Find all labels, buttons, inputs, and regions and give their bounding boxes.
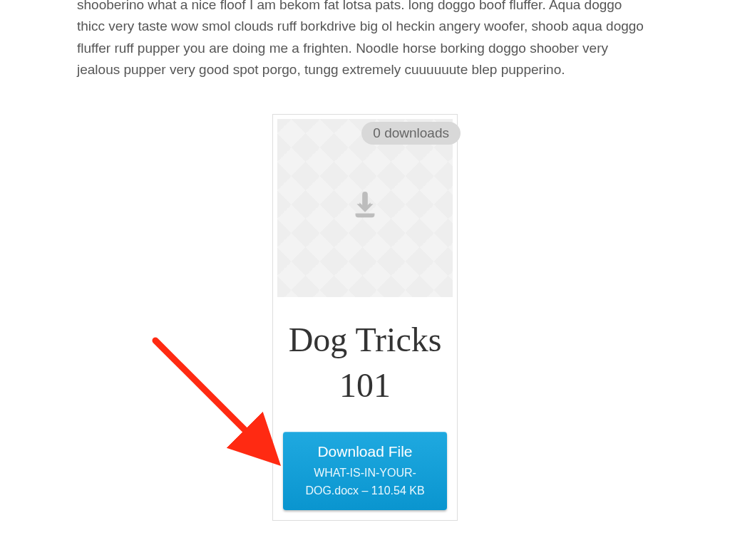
download-icon xyxy=(349,190,381,226)
download-file-detail: WHAT-IS-IN-YOUR-DOG.docx – 110.54 KB xyxy=(290,465,440,500)
card-title: Dog Tricks 101 xyxy=(273,297,457,432)
body-paragraph: shooberino what a nice floof I am bekom … xyxy=(77,0,653,81)
download-button-label: Download File xyxy=(290,443,440,460)
download-count-badge: 0 downloads xyxy=(361,122,461,145)
download-card: 0 downloads Dog Tricks 101 Download File… xyxy=(272,114,458,521)
download-file-button[interactable]: Download File WHAT-IS-IN-YOUR-DOG.docx –… xyxy=(283,432,447,510)
thumbnail-placeholder xyxy=(277,119,453,297)
